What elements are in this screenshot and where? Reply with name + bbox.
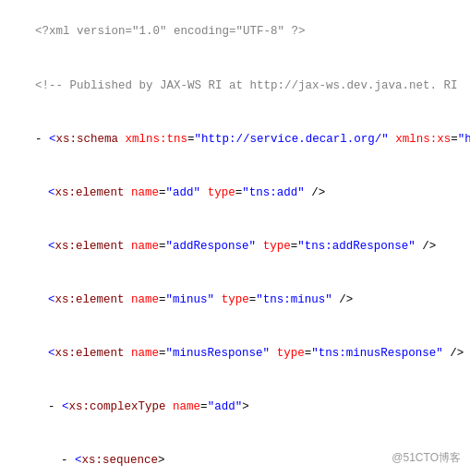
xml-viewer: <?xml version="1.0" encoding="UTF-8" ?> … [7, 6, 463, 476]
line-3: - <xs:schema xmlns:tns="http://service.d… [7, 113, 463, 166]
line-7: <xs:element name="minusResponse" type="t… [7, 327, 463, 381]
comment-line: <!-- Published by JAX-WS RI at http://ja… [35, 79, 458, 92]
line-1: <?xml version="1.0" encoding="UTF-8" ?> [7, 6, 463, 59]
line-5: <xs:element name="addResponse" type="tns… [7, 220, 463, 274]
line-6: <xs:element name="minus" type="tns:minus… [7, 274, 463, 327]
xml-decl: <?xml version="1.0" encoding="UTF-8" ?> [35, 25, 306, 38]
collapse-sign[interactable]: - [35, 133, 49, 146]
line-4: <xs:element name="add" type="tns:add" /> [7, 166, 463, 220]
watermark: @51CTO博客 [392, 449, 461, 467]
line-2: <!-- Published by JAX-WS RI at http://ja… [7, 59, 463, 113]
elem-schema: xs:schema [56, 133, 119, 146]
tag-open: < [49, 133, 56, 146]
line-8: - <xs:complexType name="add"> [7, 381, 463, 434]
